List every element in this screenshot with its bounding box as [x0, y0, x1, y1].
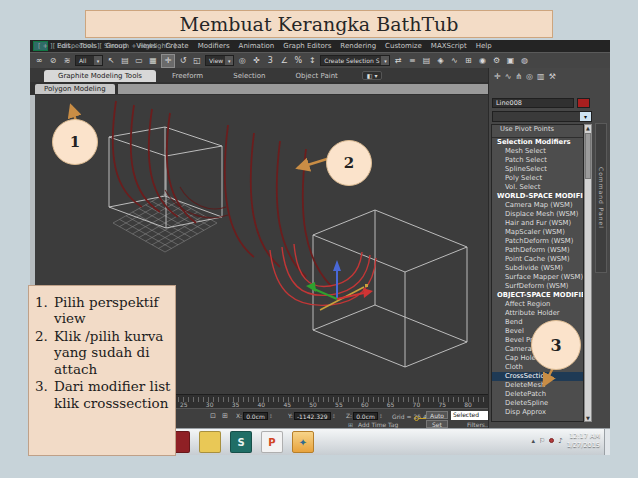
select-and-move-icon[interactable]: ✛: [161, 54, 175, 68]
select-and-rotate-icon[interactable]: ↺: [177, 55, 189, 67]
dropdown-arrow-icon[interactable]: ▾: [580, 112, 591, 121]
modifier-row-6[interactable]: Poly Select: [492, 174, 583, 183]
menu-item-8[interactable]: Rendering: [340, 42, 376, 50]
modifier-row-16[interactable]: Subdivide (WSM): [492, 264, 583, 273]
modifier-row-4[interactable]: Patch Select: [492, 156, 583, 165]
modifier-row-32[interactable]: Disp Approx: [492, 408, 583, 417]
use-pivot-point-center-icon[interactable]: ◎: [236, 55, 248, 67]
motion-tab-icon[interactable]: ◎: [526, 72, 533, 81]
select-and-scale-icon[interactable]: ◱: [191, 55, 203, 67]
set-key-button[interactable]: Set K...: [426, 420, 448, 428]
taskbar-clock[interactable]: 12:17 AM 1/27/2015: [567, 432, 600, 450]
snaps-toggle-icon[interactable]: 3: [264, 55, 276, 67]
ribbon-options-icon[interactable]: ◧ ▾: [362, 71, 383, 80]
taskbar-app-powerpoint[interactable]: P: [261, 431, 283, 453]
modifier-row-28[interactable]: CrossSection: [492, 372, 583, 381]
modifier-row-5[interactable]: SplineSelect: [492, 165, 583, 174]
menu-item-9[interactable]: Customize: [385, 42, 422, 50]
graphite-ribbon-toggle-icon[interactable]: ◈: [434, 55, 446, 67]
modifier-row-14[interactable]: PathDeform (WSM): [492, 246, 583, 255]
modifier-row-21[interactable]: Attribute Holder: [492, 309, 583, 318]
modifier-row-17[interactable]: Surface Mapper (WSM): [492, 273, 583, 282]
named-selection-set-dropdown[interactable]: Create Selection S: [320, 55, 390, 66]
display-tab-icon[interactable]: ▥: [537, 72, 545, 81]
viewport-label[interactable]: [ + ][ Perspective ][ Smooth + Highlight…: [38, 42, 176, 50]
modifier-row-15[interactable]: Point Cache (WSM): [492, 255, 583, 264]
rendered-frame-window-icon[interactable]: ▣: [504, 55, 516, 67]
percent-snap-icon[interactable]: %: [292, 55, 304, 67]
modifier-row-3[interactable]: Mesh Select: [492, 147, 583, 156]
curve-editor-icon[interactable]: ∿: [448, 55, 460, 67]
window-crossing-icon[interactable]: ▦: [147, 55, 159, 67]
modifier-row-7[interactable]: Vol. Select: [492, 183, 583, 192]
coordinate-x[interactable]: X:0.0cm↕: [236, 411, 273, 420]
taskbar-app-2[interactable]: S: [230, 431, 252, 453]
taskbar-app-3dsmax-active[interactable]: ✦: [292, 431, 314, 453]
taskbar-app-folder[interactable]: [199, 431, 221, 453]
modifier-row-19[interactable]: OBJECT-SPACE MODIFIERS: [492, 291, 583, 300]
spinner-snap-icon[interactable]: ↕: [306, 55, 318, 67]
mirror-icon[interactable]: ⇄: [392, 55, 404, 67]
modifier-row-29[interactable]: DeleteMesh: [492, 381, 583, 390]
coordinate-y[interactable]: Y:-1142.329↕: [288, 411, 336, 420]
object-name-field[interactable]: Line008: [492, 98, 574, 108]
scroll-up-icon[interactable]: ▲: [585, 125, 591, 131]
select-object-icon[interactable]: ↖: [105, 55, 117, 67]
subtab-polygon-modeling[interactable]: Polygon Modeling: [35, 84, 115, 94]
select-and-manipulate-icon[interactable]: ✜: [250, 55, 262, 67]
modifier-row-12[interactable]: MapScaler (WSM): [492, 228, 583, 237]
modifier-row-0[interactable]: Use Pivot Points: [492, 125, 583, 134]
hierarchy-tab-icon[interactable]: ⋔: [515, 72, 522, 81]
schematic-view-icon[interactable]: ⊞: [462, 55, 474, 67]
ribbon-tab-3[interactable]: Object Paint: [281, 70, 351, 82]
select-by-name-icon[interactable]: ▤: [119, 55, 131, 67]
unlink-selection-icon[interactable]: ⊘: [47, 55, 59, 67]
xref-icon[interactable]: ⊞: [222, 412, 228, 420]
ribbon-tab-2[interactable]: Selection: [219, 70, 279, 82]
modify-tab-icon[interactable]: ∿: [505, 72, 512, 81]
tray-hide-icon[interactable]: ▴: [531, 437, 535, 445]
modifier-list-scrollbar[interactable]: ▲ ▼: [584, 124, 592, 422]
modifier-row-9[interactable]: Camera Map (WSM): [492, 201, 583, 210]
modifier-row-31[interactable]: DeleteSpline: [492, 399, 583, 408]
bind-to-space-warp-icon[interactable]: ≋: [61, 55, 73, 67]
modifier-row-10[interactable]: Displace Mesh (WSM): [492, 210, 583, 219]
tray-sound-icon[interactable]: ♪: [558, 437, 562, 445]
show-desktop-button[interactable]: [604, 429, 610, 455]
modifier-row-30[interactable]: DeletePatch: [492, 390, 583, 399]
material-editor-icon[interactable]: ◉: [476, 55, 488, 67]
menu-item-6[interactable]: Animation: [239, 42, 275, 50]
render-production-icon[interactable]: ◍: [518, 55, 530, 67]
modifier-row-13[interactable]: PatchDeform (WSM): [492, 237, 583, 246]
selection-filter-dropdown[interactable]: All: [75, 55, 103, 66]
select-and-link-icon[interactable]: ∞: [33, 55, 45, 67]
modifier-row-8[interactable]: WORLD-SPACE MODIFIERS: [492, 192, 583, 201]
auto-key-button[interactable]: Auto: [426, 411, 448, 419]
ribbon-tab-1[interactable]: Freeform: [158, 70, 217, 82]
modifier-row-20[interactable]: Affect Region: [492, 300, 583, 309]
menu-item-10[interactable]: MAXScript: [431, 42, 467, 50]
add-time-tag[interactable]: Add Time Tag: [358, 421, 398, 428]
reference-coordinate-system-dropdown[interactable]: View: [205, 55, 234, 66]
scroll-down-icon[interactable]: ▼: [585, 415, 591, 421]
tray-flag-icon[interactable]: ⚐: [539, 437, 545, 445]
modifier-row-2[interactable]: Selection Modifiers: [492, 138, 583, 147]
object-color-swatch[interactable]: [577, 98, 590, 108]
modifier-list-dropdown[interactable]: ▾: [492, 111, 592, 122]
add-time-tag-icon[interactable]: ⊞: [348, 421, 353, 428]
align-icon[interactable]: ≡: [406, 55, 418, 67]
coordinate-z[interactable]: Z:0.0cm↕: [346, 411, 383, 420]
selection-lock-icon[interactable]: ⊡: [210, 412, 216, 420]
angle-snap-icon[interactable]: ∠: [278, 55, 290, 67]
tray-status-icon[interactable]: [549, 438, 554, 443]
layer-manager-icon[interactable]: ▤: [420, 55, 432, 67]
menu-item-7[interactable]: Graph Editors: [283, 42, 331, 50]
set-key-icon[interactable]: [414, 416, 419, 421]
scrollbar-thumb[interactable]: [585, 133, 591, 179]
modifier-row-18[interactable]: SurfDeform (WSM): [492, 282, 583, 291]
utilities-tab-icon[interactable]: ⚒: [549, 72, 556, 81]
menu-item-11[interactable]: Help: [476, 42, 492, 50]
menu-item-5[interactable]: Modifiers: [198, 42, 230, 50]
ribbon-tab-0[interactable]: Graphite Modeling Tools: [44, 70, 156, 82]
rectangular-region-icon[interactable]: ▭: [133, 55, 145, 67]
